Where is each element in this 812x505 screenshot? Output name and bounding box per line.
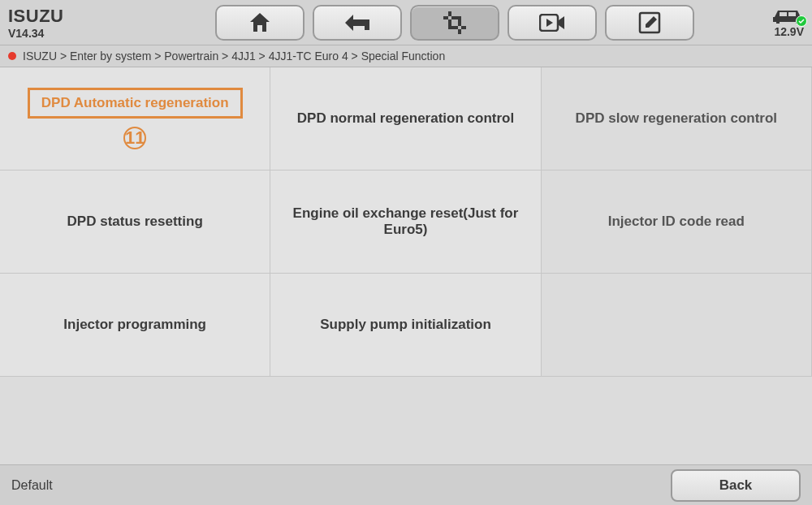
cell-label: DPD slow regeneration control [576,110,777,127]
cell-engine-oil-reset[interactable]: Engine oil exchange reset(Just for Euro5… [270,170,541,274]
app-header: ISUZU V14.34 [0,0,812,45]
back-arrow-icon [343,12,371,33]
brand-title: ISUZU [8,6,122,27]
home-button[interactable] [215,5,304,41]
cell-dpd-auto-regen[interactable]: DPD Automatic regeneration 11 [0,67,270,170]
home-icon [248,11,272,34]
footer: Default Back [0,464,812,505]
cell-label: DPD status resetting [67,214,203,230]
brand-block: ISUZU V14.34 [8,6,122,40]
svg-rect-3 [788,12,796,16]
edit-icon [638,11,661,34]
car-status-icon [771,7,804,25]
svg-rect-2 [780,12,787,16]
record-button[interactable] [508,5,597,41]
screenshot-button[interactable] [410,5,499,41]
back-button-label: Back [719,477,753,494]
cell-dpd-status-reset[interactable]: DPD status resetting [0,170,270,274]
cell-dpd-slow-regen[interactable]: DPD slow regeneration control [542,67,812,170]
video-icon [539,14,565,32]
cell-supply-pump-init[interactable]: Supply pump initialization [270,274,541,377]
cell-label: Supply pump initialization [320,317,491,333]
back-button[interactable]: Back [671,469,801,502]
cell-label: Injector ID code read [608,214,745,230]
breadcrumb-text: ISUZU > Enter by system > Powertrain > 4… [23,50,445,63]
back-nav-button[interactable] [313,5,402,41]
cell-dpd-normal-regen[interactable]: DPD normal regeneration control [270,67,541,170]
status-block: 12.9V [755,7,804,38]
connection-ok-badge [796,15,807,27]
cell-empty [542,274,812,377]
cell-label: DPD Automatic regeneration [41,95,229,110]
breadcrumb: ISUZU > Enter by system > Powertrain > 4… [0,45,812,67]
cell-injector-id-read[interactable]: Injector ID code read [542,170,812,274]
cell-label: Engine oil exchange reset(Just for Euro5… [287,205,524,238]
brand-version: V14.34 [8,27,122,40]
step-marker: 11 [123,127,146,149]
record-indicator-icon [8,52,16,60]
free-area [0,377,812,464]
footer-status: Default [11,478,53,493]
highlight-frame: DPD Automatic regeneration [28,88,243,119]
toolbar [154,5,755,41]
cell-injector-programming[interactable]: Injector programming [0,274,270,377]
edit-button[interactable] [605,5,694,41]
cell-label: Injector programming [63,317,206,333]
voltage-label: 12.9V [774,25,804,38]
function-grid: DPD Automatic regeneration 11 DPD normal… [0,67,812,377]
cell-label: DPD normal regeneration control [297,110,514,127]
crop-icon [443,11,466,34]
